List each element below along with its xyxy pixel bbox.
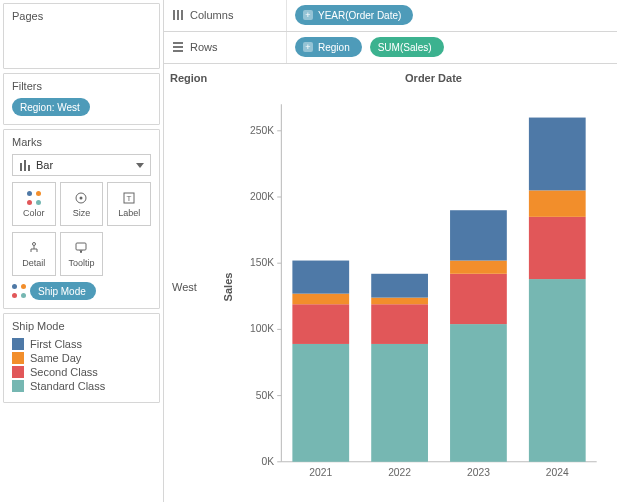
marks-grid-2: Detail Tooltip (12, 232, 151, 276)
ship-mode-pill-label: Ship Mode (38, 286, 86, 297)
svg-rect-17 (173, 46, 183, 48)
size-icon (74, 191, 88, 205)
tooltip-icon (74, 241, 88, 255)
rows-shelf[interactable]: Rows + Region SUM(Sales) (163, 32, 617, 64)
legend-label: Standard Class (30, 380, 105, 392)
legend-swatch (12, 380, 24, 392)
marks-empty (107, 232, 151, 276)
pages-card[interactable]: Pages (3, 3, 160, 69)
detail-icon (27, 241, 41, 255)
columns-pill-label: YEAR(Order Date) (318, 10, 401, 21)
svg-text:100K: 100K (250, 323, 274, 334)
mark-size-label: Size (73, 208, 91, 218)
mark-label-label: Label (118, 208, 140, 218)
rows-shelf-label: Rows (172, 32, 287, 63)
svg-text:2023: 2023 (467, 467, 490, 478)
svg-point-4 (80, 196, 83, 199)
svg-rect-16 (173, 42, 183, 44)
marks-card: Marks Bar Color Size (3, 129, 160, 309)
mark-label-button[interactable]: T Label (107, 182, 151, 226)
svg-text:50K: 50K (256, 389, 275, 400)
svg-rect-2 (28, 165, 30, 171)
rows-pill-sales-label: SUM(Sales) (378, 42, 432, 53)
right-panel: Columns + YEAR(Order Date) Rows + Region (163, 0, 617, 502)
legend-item[interactable]: Standard Class (12, 380, 151, 392)
bar-segment[interactable] (292, 293, 349, 304)
svg-rect-18 (173, 50, 183, 52)
svg-text:200K: 200K (250, 191, 274, 202)
ship-mode-pill[interactable]: Ship Mode (30, 282, 96, 300)
bar-segment[interactable] (371, 297, 428, 304)
expand-icon: + (303, 10, 313, 20)
marks-title: Marks (12, 136, 151, 148)
svg-text:T: T (127, 194, 132, 203)
bar-segment[interactable] (529, 190, 586, 216)
svg-text:2021: 2021 (309, 467, 332, 478)
legend-label: Same Day (30, 352, 81, 364)
pages-title: Pages (12, 10, 151, 22)
bar-segment[interactable] (292, 304, 349, 344)
filters-card[interactable]: Filters Region: West (3, 73, 160, 125)
orderdate-header: Order Date (260, 72, 607, 84)
chart-plot[interactable]: 0K50K100K150K200K250K2021202220232024 (236, 84, 607, 490)
expand-icon: + (303, 42, 313, 52)
columns-icon (172, 9, 184, 21)
bar-segment[interactable] (371, 344, 428, 462)
filters-title: Filters (12, 80, 151, 92)
legend-title: Ship Mode (12, 320, 151, 332)
legend-label: Second Class (30, 366, 98, 378)
chevron-down-icon (136, 163, 144, 168)
bar-segment[interactable] (371, 304, 428, 344)
marks-grid-1: Color Size T Label (12, 182, 151, 226)
legend-swatch (12, 366, 24, 378)
bar-segment[interactable] (371, 274, 428, 298)
mark-tooltip-label: Tooltip (68, 258, 94, 268)
bar-segment[interactable] (450, 324, 507, 462)
svg-text:2022: 2022 (388, 467, 411, 478)
rows-pill-region-label: Region (318, 42, 350, 53)
legend-swatch (12, 338, 24, 350)
mark-color-button[interactable]: Color (12, 182, 56, 226)
legend-item[interactable]: Same Day (12, 352, 151, 364)
columns-shelf-label: Columns (172, 0, 287, 31)
svg-rect-12 (76, 243, 86, 250)
bar-segment[interactable] (529, 217, 586, 279)
svg-text:0K: 0K (262, 456, 275, 467)
row-label-west: West (170, 84, 220, 490)
columns-pill-year[interactable]: + YEAR(Order Date) (295, 5, 413, 25)
legend-item[interactable]: First Class (12, 338, 151, 350)
legend-label: First Class (30, 338, 82, 350)
filter-pill-region[interactable]: Region: West (12, 98, 90, 116)
bar-segment[interactable] (292, 344, 349, 462)
bar-segment[interactable] (529, 279, 586, 462)
viz-headers: Region Order Date (170, 72, 607, 84)
mark-type-dropdown[interactable]: Bar (12, 154, 151, 176)
mark-tooltip-button[interactable]: Tooltip (60, 232, 104, 276)
svg-rect-0 (20, 163, 22, 171)
left-panel: Pages Filters Region: West Marks Bar (0, 0, 163, 502)
columns-pills: + YEAR(Order Date) (295, 5, 413, 25)
mark-detail-button[interactable]: Detail (12, 232, 56, 276)
label-icon: T (122, 191, 136, 205)
legend-swatch (12, 352, 24, 364)
mark-size-button[interactable]: Size (60, 182, 104, 226)
color-icon (12, 284, 26, 298)
bar-segment[interactable] (292, 260, 349, 293)
region-header: Region (170, 72, 260, 84)
bar-icon (19, 159, 31, 171)
bar-segment[interactable] (450, 260, 507, 273)
legend-card: Ship Mode First ClassSame DaySecond Clas… (3, 313, 160, 403)
bar-segment[interactable] (450, 210, 507, 260)
svg-rect-15 (181, 10, 183, 20)
svg-text:2024: 2024 (546, 467, 569, 478)
columns-shelf[interactable]: Columns + YEAR(Order Date) (163, 0, 617, 32)
rows-text: Rows (190, 41, 218, 53)
legend-item[interactable]: Second Class (12, 366, 151, 378)
bar-segment[interactable] (450, 274, 507, 324)
svg-text:250K: 250K (250, 125, 274, 136)
rows-pill-sales[interactable]: SUM(Sales) (370, 37, 444, 57)
bar-segment[interactable] (529, 117, 586, 190)
rows-pill-region[interactable]: + Region (295, 37, 362, 57)
mark-type-label: Bar (36, 159, 53, 171)
mark-color-label: Color (23, 208, 45, 218)
